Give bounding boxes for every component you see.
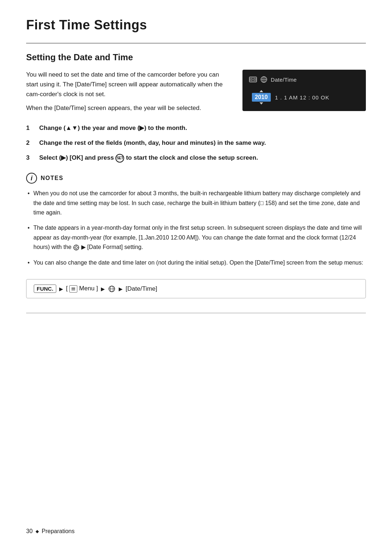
screen-top-bar: Date/Time bbox=[249, 75, 359, 83]
step-2-number: 2 bbox=[26, 138, 35, 148]
nav-path-box: FUNC. ▶ [ Menu ] ▶ ▶ [Date/Time] bbox=[26, 279, 366, 298]
menu-label: Menu bbox=[79, 285, 95, 292]
svg-point-3 bbox=[254, 79, 255, 80]
menu-icon bbox=[69, 285, 77, 293]
globe-icon-nav bbox=[108, 285, 116, 293]
step-3-text: Select (▶) [OK] and press SET to start t… bbox=[39, 153, 258, 163]
year-arrow-up bbox=[260, 90, 263, 92]
page-container: First Time Settings Setting the Date and… bbox=[0, 0, 392, 341]
page-section-label: Preparations bbox=[42, 528, 75, 535]
step-3: 3 Select (▶) [OK] and press SET to start… bbox=[26, 153, 366, 163]
intro-paragraph-1: You will need to set the date and time o… bbox=[26, 70, 231, 99]
nav-arrow-1: ▶ bbox=[59, 286, 63, 292]
step-1: 1 Change (▲▼) the year and move (▶) to t… bbox=[26, 123, 366, 133]
step-1-number: 1 bbox=[26, 123, 35, 133]
year-display: 2010 bbox=[252, 93, 271, 102]
note-item-2: The date appears in a year-month-day for… bbox=[26, 223, 366, 252]
footer-diamond: ◆ bbox=[36, 529, 39, 534]
globe-icon bbox=[260, 75, 268, 83]
bottom-divider bbox=[26, 313, 366, 313]
func-button[interactable]: FUNC. bbox=[34, 285, 56, 293]
step-2: 2 Change the rest of the fields (month, … bbox=[26, 138, 366, 148]
note-item-3: You can also change the date and time la… bbox=[26, 258, 366, 267]
notes-list: When you do not use the camcorder for ab… bbox=[26, 189, 366, 267]
step-1-text: Change (▲▼) the year and move (▶) to the… bbox=[39, 123, 187, 133]
page-footer: 30 ◆ Preparations bbox=[26, 528, 75, 535]
menu-bracket-open: [ bbox=[66, 285, 68, 292]
intro-row: You will need to set the date and time o… bbox=[26, 70, 366, 113]
nav-arrow-3: ▶ bbox=[119, 286, 123, 292]
svg-point-2 bbox=[251, 79, 252, 80]
steps-list: 1 Change (▲▼) the year and move (▶) to t… bbox=[26, 123, 366, 163]
year-wrapper: 2010 bbox=[252, 90, 271, 105]
section-heading: Setting the Date and Time bbox=[26, 52, 366, 62]
notes-header: i NOTES bbox=[26, 173, 366, 184]
note-2-text: The date appears in a year-month-day for… bbox=[33, 225, 362, 250]
nav-arrow-2: ▶ bbox=[101, 286, 105, 292]
step-2-text: Change the rest of the fields (month, da… bbox=[39, 138, 266, 148]
page-number: 30 bbox=[26, 528, 33, 535]
screen-datetime-row: 2010 1 . 1 AM 12 : 00 OK bbox=[249, 90, 359, 105]
menu-bracket-close: ] bbox=[96, 285, 98, 292]
menu-lines bbox=[72, 287, 75, 291]
notes-section: i NOTES When you do not use the camcorde… bbox=[26, 173, 366, 267]
year-arrow-down bbox=[260, 102, 263, 105]
settings-icon-inline bbox=[73, 244, 81, 250]
page-title: First Time Settings bbox=[26, 17, 366, 33]
section-divider bbox=[26, 43, 366, 44]
notes-info-icon: i bbox=[26, 173, 37, 184]
screen-label: Date/Time bbox=[271, 77, 297, 83]
menu-icon-wrapper: [ Menu ] bbox=[66, 285, 98, 293]
intro-paragraph-2: When the [Date/Time] screen appears, the… bbox=[26, 103, 231, 113]
intro-text: You will need to set the date and time o… bbox=[26, 70, 231, 113]
notes-title: NOTES bbox=[41, 175, 64, 181]
note-3-text: You can also change the date and time la… bbox=[33, 259, 363, 266]
camera-screen-mockup: Date/Time 2010 1 . 1 AM 12 : 00 OK bbox=[242, 70, 366, 111]
svg-point-10 bbox=[75, 246, 77, 249]
date-time-nav-label: [Date/Time] bbox=[126, 285, 157, 293]
tape-icon bbox=[249, 77, 257, 82]
note-1-text: When you do not use the camcorder for ab… bbox=[33, 190, 360, 216]
step-3-number: 3 bbox=[26, 153, 35, 163]
set-button-icon: SET bbox=[115, 154, 124, 163]
screen-date-text: 1 . 1 AM 12 : 00 OK bbox=[275, 94, 330, 101]
note-item-1: When you do not use the camcorder for ab… bbox=[26, 189, 366, 217]
